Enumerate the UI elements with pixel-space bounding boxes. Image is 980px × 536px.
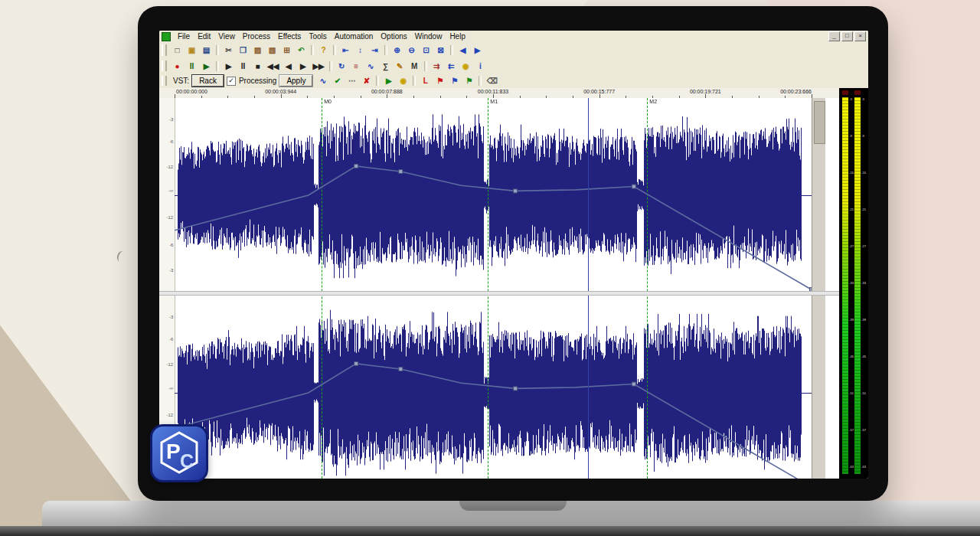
menu-items: FileEditViewProcessEffectsToolsAutomatio…: [174, 31, 469, 42]
menu-options[interactable]: Options: [377, 32, 410, 41]
pause-icon[interactable]: II: [236, 60, 250, 72]
envelope-node[interactable]: [514, 189, 518, 193]
new-icon[interactable]: □: [170, 44, 185, 57]
vst-play-icon[interactable]: ▶: [381, 75, 396, 87]
processing-checkbox[interactable]: ✓: [227, 77, 236, 86]
vst-wave-icon[interactable]: ∿: [315, 75, 330, 87]
draw-tool-icon[interactable]: ✎: [393, 60, 407, 72]
zoom-out-icon[interactable]: ⊖: [404, 44, 419, 57]
menu-help[interactable]: Help: [446, 32, 469, 41]
menu-effects[interactable]: Effects: [274, 32, 305, 41]
batch-back-icon[interactable]: ⇇: [444, 60, 459, 72]
ruler-time: 00:00:00:000: [176, 89, 207, 94]
meter-tick-label: -39: [849, 318, 854, 321]
marker-add-red-icon[interactable]: ⚑: [433, 75, 447, 87]
loop-icon[interactable]: ↻: [335, 60, 349, 72]
delete-markers-icon[interactable]: ⌫: [484, 75, 499, 87]
toolbar-transport: ●II▶▶II■◀◀◀▶▶▶↻≡∿∑✎M⇉⇇◉i: [159, 58, 868, 74]
checkmark-icon: ✓: [228, 77, 234, 84]
vertical-scrollbar[interactable]: [812, 98, 826, 479]
minimize-button[interactable]: _: [828, 31, 840, 41]
envelope-node[interactable]: [399, 170, 403, 174]
cut-icon[interactable]: ✂: [221, 44, 236, 57]
open-icon[interactable]: ▣: [185, 44, 199, 57]
menu-window[interactable]: Window: [411, 32, 446, 41]
toolbar-grip[interactable]: [162, 76, 167, 86]
toolbar-grip[interactable]: [162, 44, 167, 56]
cursor-position-icon[interactable]: ↕: [353, 44, 368, 57]
copy-icon[interactable]: ❐: [236, 44, 250, 57]
batch-forward-icon[interactable]: ⇉: [430, 60, 444, 72]
editor-main: -3-6-12-∞-12-6-3-3-6-12-∞-12-6-3 M0M1M2: [159, 98, 839, 479]
scrollbar-thumb[interactable]: [814, 101, 825, 144]
laptop-bottom-edge: [0, 526, 980, 536]
zoom-in-icon[interactable]: ⊕: [390, 44, 404, 57]
apply-button[interactable]: Apply: [279, 75, 312, 87]
vst-confirm-icon[interactable]: ✔: [330, 75, 345, 87]
db-scale-label: -12: [166, 165, 173, 169]
paste-icon[interactable]: ▨: [250, 44, 265, 57]
save-icon[interactable]: ▤: [199, 44, 214, 57]
menu-tools[interactable]: Tools: [305, 32, 330, 41]
background-shape: [872, 0, 980, 536]
channel-separator: [159, 291, 839, 296]
scroll-left-icon[interactable]: ◀: [456, 44, 470, 57]
close-button[interactable]: ×: [854, 31, 866, 41]
record-options-icon[interactable]: ≡: [349, 60, 364, 72]
meter-tick-label: -45: [849, 355, 854, 358]
marker-add-blue-icon[interactable]: ⚑: [447, 75, 462, 87]
lock-icon[interactable]: ◉: [459, 60, 473, 72]
statistics-icon[interactable]: ∑: [378, 60, 393, 72]
toolbar-grip[interactable]: [162, 60, 167, 71]
play-selection-icon[interactable]: ▶: [199, 60, 214, 72]
forward-icon[interactable]: ▶: [296, 60, 310, 72]
db-scale-label: -∞: [168, 188, 173, 192]
marker-tool-icon[interactable]: M: [407, 60, 422, 72]
vst-cancel-icon[interactable]: ✘: [359, 75, 374, 87]
zoom-selection-icon[interactable]: ⊡: [419, 44, 433, 57]
rewind-icon[interactable]: ◀: [281, 60, 296, 72]
spectrum-icon[interactable]: ∿: [364, 60, 378, 72]
vst-lock-icon[interactable]: ◉: [396, 75, 410, 87]
mix-paste-icon[interactable]: ⊞: [279, 44, 294, 57]
vst-label: VST:: [173, 77, 189, 85]
envelope-node[interactable]: [514, 387, 518, 391]
marker-l-icon[interactable]: L: [418, 75, 433, 87]
pause-record-icon[interactable]: II: [185, 60, 199, 72]
selection-end-icon[interactable]: ⇥: [368, 44, 382, 57]
menu-automation[interactable]: Automation: [331, 32, 377, 41]
vst-options-icon[interactable]: ⋯: [345, 75, 359, 87]
envelope-node[interactable]: [354, 164, 358, 168]
play-icon[interactable]: ▶: [221, 60, 236, 72]
envelope-node[interactable]: [632, 382, 635, 386]
menu-view[interactable]: View: [214, 32, 239, 41]
selection-start-icon[interactable]: ⇤: [338, 44, 353, 57]
restore-button[interactable]: □: [841, 31, 853, 41]
undo-icon[interactable]: ↶: [294, 44, 309, 57]
zoom-all-icon[interactable]: ⊠: [433, 44, 448, 57]
db-scale-label: -12: [166, 413, 173, 417]
go-start-icon[interactable]: ◀◀: [265, 60, 281, 72]
toolbar-separator: [450, 45, 453, 55]
menu-edit[interactable]: Edit: [194, 32, 214, 41]
menu-file[interactable]: File: [174, 32, 194, 41]
marker-play-icon[interactable]: ⚑: [462, 75, 476, 87]
envelope-node[interactable]: [399, 368, 403, 371]
menu-process[interactable]: Process: [239, 32, 274, 41]
volume-envelope[interactable]: [175, 98, 812, 479]
paste-new-icon[interactable]: ▧: [265, 44, 279, 57]
envelope-node[interactable]: [354, 361, 358, 365]
envelope-node[interactable]: [632, 185, 635, 188]
go-end-icon[interactable]: ▶▶: [310, 60, 326, 72]
timeline-ruler[interactable]: 00:00:00:00000:00:03:94400:00:07:88800:0…: [159, 88, 839, 99]
record-icon[interactable]: ●: [170, 60, 185, 72]
stop-icon[interactable]: ■: [250, 60, 265, 72]
level-meter: -3-3-9-9-15-15-21-21-27-27-33-33-39-39-4…: [839, 88, 868, 479]
rack-button[interactable]: Rack: [192, 75, 224, 87]
help-icon[interactable]: ?: [316, 44, 331, 57]
scroll-right-icon[interactable]: ▶: [470, 44, 485, 57]
playback-cursor[interactable]: [588, 98, 589, 479]
menu-bar: FileEditViewProcessEffectsToolsAutomatio…: [159, 31, 868, 43]
info-icon[interactable]: i: [473, 60, 488, 72]
processing-label: Processing: [239, 77, 276, 85]
